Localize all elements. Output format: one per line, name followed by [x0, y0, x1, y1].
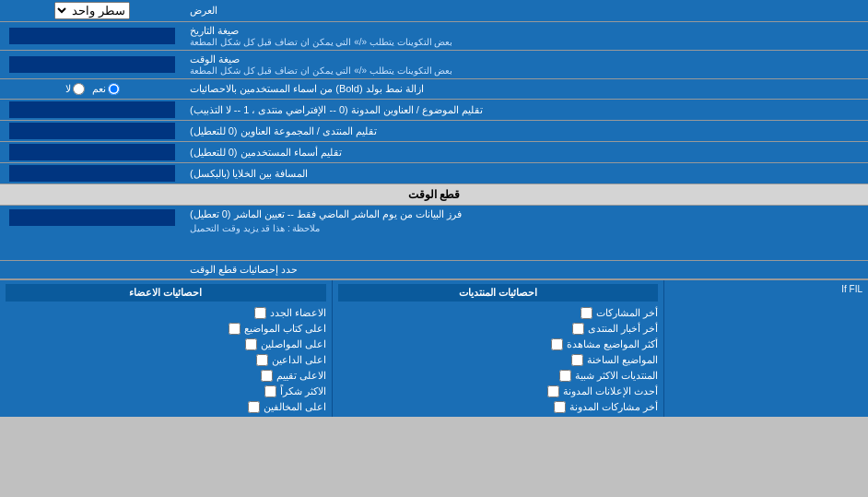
cell-spacing-control: 2 [0, 163, 184, 183]
checkbox-item-col2-6: أخر مشاركات المدونة [338, 401, 659, 413]
topic-order-text: تقليم الموضوع / العناوين المدونة (0 -- ا… [190, 104, 483, 116]
stats-limit-text: حدد إحصائيات قطع الوقت [190, 264, 298, 276]
bold-no-label[interactable]: لا [65, 83, 85, 95]
checkbox-col1-5-label: الاكثر شكراً [280, 385, 326, 397]
realtime-filter-control: 0 [0, 206, 184, 260]
bold-no-radio[interactable] [73, 83, 85, 95]
realtime-filter-input[interactable]: 0 [9, 209, 175, 226]
time-format-control: H:i [0, 51, 184, 78]
col2-header-text: احصائيات المنتديات [459, 287, 537, 298]
date-format-row: صيغة التاريخ بعض التكوينات يتطلب «/» الت… [0, 22, 868, 51]
checkbox-item-col2-4: المنتديات الاكثر شبية [338, 370, 659, 382]
header-text: العرض [190, 5, 217, 17]
bold-remove-text: ازالة نمط بولد (Bold) من اسماء المستخدمي… [190, 83, 424, 95]
checkbox-col2-1[interactable] [572, 323, 584, 335]
time-format-input[interactable]: H:i [9, 56, 175, 73]
checkbox-item-col2-2: أكثر المواضيع مشاهدة [338, 338, 659, 350]
checkbox-col2-0[interactable] [581, 307, 592, 319]
bold-remove-label: ازالة نمط بولد (Bold) من اسماء المستخدمي… [184, 79, 868, 99]
checkbox-item-col2-1: أخر أخبار المنتدى [338, 323, 659, 335]
bold-yes-radio[interactable] [108, 83, 120, 95]
checkbox-item-col1-0: الاعضاء الجدد [6, 307, 326, 319]
header-label: العرض [184, 0, 868, 21]
checkbox-col2-0-label: أخر المشاركات [596, 307, 658, 319]
col1-header-text: احصائيات الاعضاء [129, 287, 202, 298]
user-trim-text: تقليم أسماء المستخدمين (0 للتعطيل) [190, 147, 342, 159]
checkbox-item-col2-0: أخر المشاركات [338, 307, 659, 319]
realtime-filter-note: ملاحظة : هذا قد يزيد وقت التحميل [190, 223, 320, 233]
checkbox-col1-0[interactable] [254, 307, 266, 319]
checkbox-col1-3[interactable] [256, 354, 268, 366]
checkbox-item-col1-3: اعلى الداعين [6, 354, 326, 366]
forum-trim-input[interactable]: 33 [9, 123, 175, 139]
realtime-section-title: قطع الوقت [408, 188, 460, 201]
bold-yes-text: نعم [92, 83, 106, 95]
checkbox-item-col1-5: الاكثر شكراً [6, 385, 326, 397]
topic-order-control: 33 [0, 100, 184, 120]
realtime-section-header: قطع الوقت [0, 184, 868, 206]
checkbox-item-col1-4: الاعلى تقييم [6, 370, 326, 382]
bold-remove-control: نعم لا [0, 79, 184, 99]
checkbox-col1-2-label: اعلى المواصلين [261, 338, 326, 350]
checkbox-col-1: احصائيات الاعضاء الاعضاء الجدد اعلى كتاب… [0, 280, 333, 417]
forum-trim-label: تقليم المنتدى / المجموعة العناوين (0 للت… [184, 121, 868, 141]
checkbox-col2-6-label: أخر مشاركات المدونة [569, 401, 658, 413]
checkbox-col2-1-label: أخر أخبار المنتدى [588, 323, 658, 335]
time-format-title: صيغة الوقت [190, 53, 240, 65]
date-format-input[interactable]: d-m [9, 28, 175, 44]
checkbox-item-col1-2: اعلى المواصلين [6, 338, 326, 350]
realtime-filter-text: فرز البيانات من يوم الماشر الماضي فقط --… [190, 208, 462, 220]
checkbox-col1-4[interactable] [261, 370, 273, 382]
checkbox-col2-5[interactable] [547, 385, 559, 397]
checkbox-col-3: If FIL [664, 280, 868, 417]
checkbox-col2-4-label: المنتديات الاكثر شبية [575, 370, 658, 382]
main-container: العرض سطر واحد سطرين ثلاثة أسطر صيغة الت… [0, 0, 868, 417]
checkbox-col1-2[interactable] [245, 338, 257, 350]
header-control: سطر واحد سطرين ثلاثة أسطر [0, 0, 184, 21]
checkbox-item-col1-6: اعلى المخالفين [6, 401, 326, 413]
stats-limit-label: حدد إحصائيات قطع الوقت [184, 261, 868, 278]
topic-order-label: تقليم الموضوع / العناوين المدونة (0 -- ا… [184, 100, 868, 120]
cell-spacing-input[interactable]: 2 [9, 165, 175, 182]
topic-order-input[interactable]: 33 [9, 101, 175, 118]
checkbox-col1-1[interactable] [229, 323, 240, 335]
user-trim-input[interactable]: 0 [9, 144, 175, 160]
checkbox-col1-5[interactable] [264, 385, 276, 397]
forum-trim-row: تقليم المنتدى / المجموعة العناوين (0 للت… [0, 121, 868, 142]
checkbox-col1-6-label: اعلى المخالفين [264, 401, 326, 413]
bold-no-text: لا [65, 83, 71, 95]
checkbox-col2-6[interactable] [554, 401, 566, 413]
date-format-note: بعض التكوينات يتطلب «/» التي يمكن ان تضا… [190, 37, 452, 47]
cell-spacing-row: المسافة بين الخلايا (بالبكسل) 2 [0, 163, 868, 184]
forum-trim-text: تقليم المنتدى / المجموعة العناوين (0 للت… [190, 125, 377, 137]
col3-note: If FIL [670, 284, 862, 294]
display-mode-select[interactable]: سطر واحد سطرين ثلاثة أسطر [54, 2, 130, 19]
cell-spacing-text: المسافة بين الخلايا (بالبكسل) [190, 168, 309, 180]
checkbox-col2-4[interactable] [559, 370, 571, 382]
user-trim-control: 0 [0, 142, 184, 162]
time-format-label: صيغة الوقت بعض التكوينات يتطلب «/» التي … [184, 51, 868, 78]
checkbox-item-col2-5: أحدث الإعلانات المدونة [338, 385, 659, 397]
date-format-label: صيغة التاريخ بعض التكوينات يتطلب «/» الت… [184, 22, 868, 50]
user-trim-row: تقليم أسماء المستخدمين (0 للتعطيل) 0 [0, 142, 868, 163]
checkbox-col2-3[interactable] [571, 354, 583, 366]
col1-header: احصائيات الاعضاء [6, 284, 326, 302]
time-format-row: صيغة الوقت بعض التكوينات يتطلب «/» التي … [0, 51, 868, 79]
checkbox-col2-3-label: المواضيع الساخنة [587, 354, 658, 366]
checkbox-col1-4-label: الاعلى تقييم [276, 370, 326, 382]
checkbox-item-col1-1: اعلى كتاب المواضيع [6, 323, 326, 335]
checkbox-col1-6[interactable] [248, 401, 260, 413]
stats-limit-control [0, 261, 184, 278]
checkbox-col2-2[interactable] [551, 338, 563, 350]
realtime-filter-label: فرز البيانات من يوم الماشر الماضي فقط --… [184, 206, 868, 260]
checkboxes-section: If FIL احصائيات المنتديات أخر المشاركات … [0, 279, 868, 417]
bold-yes-label[interactable]: نعم [92, 83, 120, 95]
date-format-title: صيغة التاريخ [190, 25, 239, 37]
checkbox-col1-1-label: اعلى كتاب المواضيع [244, 323, 326, 335]
stats-limit-row: حدد إحصائيات قطع الوقت [0, 261, 868, 279]
bold-remove-row: ازالة نمط بولد (Bold) من اسماء المستخدمي… [0, 79, 868, 100]
header-row: العرض سطر واحد سطرين ثلاثة أسطر [0, 0, 868, 22]
date-format-control: d-m [0, 22, 184, 50]
time-format-note: بعض التكوينات يتطلب «/» التي يمكن ان تضا… [190, 65, 452, 76]
checkbox-col1-0-label: الاعضاء الجدد [270, 307, 326, 319]
